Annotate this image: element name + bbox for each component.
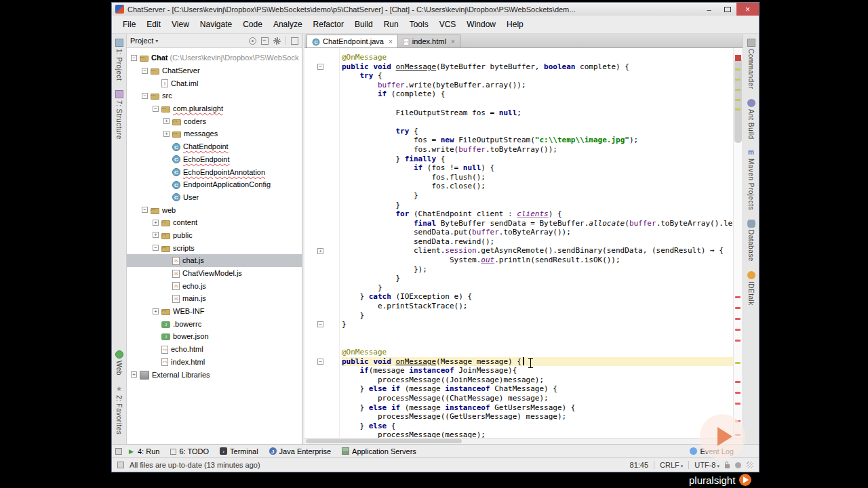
code-line-24[interactable]: });	[342, 265, 734, 274]
code-line-23[interactable]: System.out.println(sendResult.isOK());	[342, 256, 734, 265]
close-button[interactable]: ×	[736, 3, 759, 16]
line-separator-selector[interactable]: CRLF▾	[660, 461, 683, 469]
code-line-38[interactable]: processMessage((ChatMessage) message);	[342, 394, 734, 403]
menu-build[interactable]: Build	[349, 18, 378, 31]
horizontal-scrollbar[interactable]	[304, 438, 743, 444]
fold-collapse-icon[interactable]: −	[317, 64, 323, 70]
encoding-selector[interactable]: UTF-8▾	[694, 461, 719, 469]
toolwindow-button-commander[interactable]: Commander	[747, 39, 755, 89]
collapse-icon[interactable]: −	[142, 93, 148, 99]
code-line-20[interactable]: sendData.put(buffer.toByteArray());	[342, 228, 734, 237]
menu-navigate[interactable]: Navigate	[195, 18, 237, 31]
video-play-button[interactable]	[700, 414, 745, 459]
tree-item-coders[interactable]: +coders	[127, 115, 302, 127]
chevron-down-icon[interactable]: ▾	[155, 38, 158, 44]
tree-item-chat[interactable]: −Chat (C:\Users\kevinj\Dropbox\PS\WebSoc…	[127, 52, 302, 64]
code-line-16[interactable]: }	[342, 191, 734, 201]
menu-edit[interactable]: Edit	[141, 18, 166, 31]
toolbar-button-terminal[interactable]: Terminal	[214, 447, 264, 456]
code-line-28[interactable]: e.printStackTrace();	[342, 302, 734, 311]
tree-item-echo-js[interactable]: echo.js	[127, 279, 302, 292]
code-line-39[interactable]: } else if (message instanceof GetUsersMe…	[342, 403, 734, 413]
code-line-21[interactable]: sendData.rewind();	[342, 237, 734, 247]
code-line-27[interactable]: } catch (IOException e) {	[342, 292, 734, 302]
tree-item-com-pluralsight[interactable]: −com.pluralsight	[127, 102, 302, 115]
tree-item-messages[interactable]: +messages	[127, 127, 302, 140]
code-line-22[interactable]: client.session.getAsyncRemote().sendBina…	[342, 246, 734, 256]
code-line-17[interactable]: }	[342, 201, 734, 210]
error-stripe[interactable]	[733, 48, 743, 438]
collapse-icon[interactable]: −	[131, 55, 137, 61]
tree-item-user[interactable]: User	[127, 191, 302, 204]
locate-icon[interactable]	[249, 37, 256, 45]
tree-item-echo-html[interactable]: echo.html	[127, 343, 302, 356]
code-line-11[interactable]: fos.write(buffer.toByteArray());	[342, 145, 734, 155]
toolwindow-button-2-favorites[interactable]: 2: Favorites	[115, 385, 123, 434]
code-line-29[interactable]: }	[342, 311, 734, 321]
menu-view[interactable]: View	[166, 18, 195, 31]
code-line-37[interactable]: } else if (message instanceof ChatMessag…	[342, 384, 734, 394]
collapse-icon[interactable]: −	[153, 106, 159, 112]
tree-item-chatendpoint[interactable]: ChatEndpoint	[127, 140, 302, 153]
tree-item-scripts[interactable]: −scripts	[127, 241, 302, 254]
code-line-10[interactable]: fos = new FileOutputStream("c:\\temp\\im…	[342, 136, 734, 145]
minimize-button[interactable]: –	[700, 3, 718, 16]
tree-item-index-html[interactable]: index.html	[127, 356, 302, 369]
collapse-icon[interactable]: −	[142, 207, 148, 213]
menu-help[interactable]: Help	[501, 18, 529, 31]
tab-index-html[interactable]: index.html×	[397, 35, 460, 47]
tree-item-src[interactable]: −src	[127, 89, 302, 102]
expand-icon[interactable]: +	[131, 371, 137, 378]
collapse-all-icon[interactable]	[261, 37, 269, 45]
close-tab-icon[interactable]: ×	[389, 38, 393, 45]
collapse-icon[interactable]: −	[153, 245, 159, 251]
tree-item-endpointapplicationconfig[interactable]: EndpointApplicationConfig	[127, 178, 302, 191]
maximize-button[interactable]	[718, 3, 736, 16]
code-line-25[interactable]: }	[342, 274, 734, 283]
tree-item-web[interactable]: −web	[127, 203, 302, 216]
toolbar-button-6-todo[interactable]: 6: TODO	[165, 447, 214, 456]
menu-refactor[interactable]: Refactor	[308, 18, 349, 31]
fold-expand-icon[interactable]: +	[317, 248, 323, 254]
code-line-18[interactable]: for (ChatEndpoint client : clients) {	[342, 209, 734, 219]
editor-view[interactable]: −+−− @OnMessagepublic void onMessage(Byt…	[304, 48, 743, 438]
resize-grip[interactable]	[747, 462, 753, 468]
toolbar-button-4-run[interactable]: 4: Run	[122, 447, 165, 456]
fold-collapse-icon[interactable]: −	[317, 321, 323, 327]
menu-run[interactable]: Run	[378, 18, 404, 31]
tree-item-content[interactable]: +content	[127, 216, 302, 229]
menu-analyze[interactable]: Analyze	[268, 18, 308, 31]
tree-item-echoendpointannotation[interactable]: EchoEndpointAnnotation	[127, 165, 302, 178]
code-view[interactable]: @OnMessagepublic void onMessage(ByteBuff…	[340, 48, 734, 438]
menu-tools[interactable]: Tools	[404, 18, 434, 31]
tree-item-bower-json[interactable]: bower.json	[127, 330, 302, 343]
code-line-8[interactable]	[342, 117, 734, 127]
tree-item-chat-iml[interactable]: Chat.iml	[127, 77, 302, 89]
code-line-15[interactable]: fos.close();	[342, 182, 734, 191]
settings-gear-icon[interactable]	[273, 37, 281, 45]
menu-code[interactable]: Code	[237, 18, 268, 31]
toolwindow-button-idetalk[interactable]: IDEtalk	[747, 271, 755, 306]
lock-icon[interactable]	[725, 464, 730, 468]
horizontal-scrollbar-thumb[interactable]	[306, 439, 462, 443]
toolwindow-toggle-icon[interactable]	[117, 462, 124, 468]
code-line-35[interactable]: if(message instanceof JoinMessage){	[342, 366, 734, 375]
code-line-40[interactable]: processMessage((GetUsersMessage) message…	[342, 412, 734, 422]
expand-icon[interactable]: +	[153, 220, 159, 226]
inspection-profile-icon[interactable]	[735, 462, 741, 468]
expand-icon[interactable]: +	[153, 308, 159, 314]
toolwindow-button-1-project[interactable]: 1: Project	[115, 39, 123, 81]
code-line-13[interactable]: if (fos != null) {	[342, 163, 734, 173]
code-line-41[interactable]: } else {	[342, 422, 734, 431]
code-line-31[interactable]	[342, 329, 734, 339]
code-line-4[interactable]: buffer.write(byteBuffer.array());	[342, 81, 734, 90]
hide-panel-icon[interactable]	[291, 37, 298, 45]
expand-icon[interactable]: +	[163, 131, 170, 137]
code-line-19[interactable]: final ByteBuffer sendData = ByteBuffer.a…	[342, 219, 734, 228]
tree-item-web-inf[interactable]: +WEB-INF	[127, 305, 302, 318]
expand-icon[interactable]: +	[163, 118, 170, 124]
code-line-3[interactable]: try {	[342, 71, 734, 81]
code-line-14[interactable]: fos.flush();	[342, 173, 734, 182]
fold-collapse-icon[interactable]: −	[317, 359, 323, 365]
tree-item-echoendpoint[interactable]: EchoEndpoint	[127, 153, 302, 166]
